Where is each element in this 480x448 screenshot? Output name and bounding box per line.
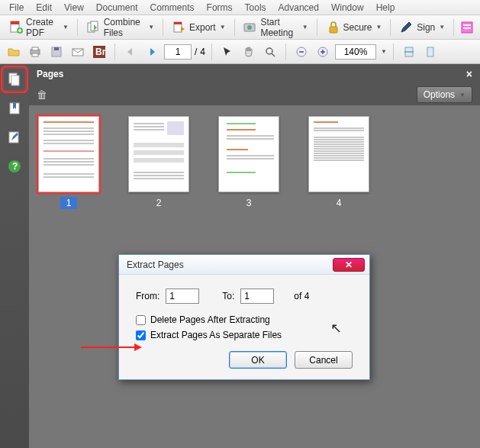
dialog-titlebar[interactable]: Extract Pages ✕ (119, 255, 369, 275)
menu-forms[interactable]: Forms (201, 1, 239, 15)
chevron-down-icon: ▼ (376, 24, 382, 31)
svg-rect-12 (463, 27, 471, 29)
export-button[interactable]: Export ▼ (168, 17, 230, 38)
create-pdf-label: Create PDF (26, 17, 59, 38)
menu-view[interactable]: View (58, 1, 90, 15)
zoom-level-input[interactable] (335, 44, 376, 60)
from-page-input[interactable] (166, 288, 199, 304)
hand-tool-button[interactable] (240, 43, 258, 61)
svg-point-21 (266, 48, 272, 54)
svg-rect-1 (11, 21, 19, 24)
menu-document[interactable]: Document (90, 1, 144, 15)
menu-advanced[interactable]: Advanced (272, 1, 325, 15)
to-label: To: (222, 291, 234, 301)
fit-page-button[interactable] (421, 43, 440, 61)
svg-rect-25 (427, 47, 433, 56)
next-page-button[interactable] (143, 43, 161, 61)
chevron-down-icon: ▼ (220, 24, 226, 31)
trash-icon[interactable]: 🗑 (37, 89, 47, 101)
to-page-input[interactable] (240, 288, 274, 304)
current-page-input[interactable] (164, 44, 192, 60)
svg-text:Br: Br (95, 47, 105, 57)
thumbnail-label: 2 (150, 197, 168, 209)
dialog-close-button[interactable]: ✕ (333, 258, 365, 272)
start-meeting-label: Start Meeting (260, 17, 298, 38)
signatures-panel-button[interactable] (4, 127, 25, 148)
menu-comments[interactable]: Comments (144, 1, 201, 15)
of-pages-label: of 4 (294, 291, 309, 301)
panel-header: Pages × (29, 64, 480, 84)
sign-button[interactable]: Sign ▼ (395, 17, 449, 38)
extract-separate-checkbox[interactable] (136, 330, 146, 340)
delete-after-label: Delete Pages After Extracting (150, 314, 270, 325)
page-thumbnail[interactable]: 3 (218, 116, 279, 209)
extract-pages-dialog: Extract Pages ✕ From: To: of 4 Delete Pa… (118, 254, 370, 380)
zoom-in-button[interactable] (314, 43, 332, 61)
close-panel-button[interactable]: × (466, 68, 472, 80)
email-button[interactable] (69, 43, 87, 61)
chevron-down-icon[interactable]: ▼ (381, 48, 387, 55)
dialog-button-row: OK Cancel (136, 351, 353, 369)
zoom-out-button[interactable] (292, 43, 311, 61)
panel-options-button[interactable]: Options ▼ (417, 86, 472, 103)
bookmarks-panel-button[interactable] (4, 98, 25, 119)
separator (211, 44, 212, 60)
forms-icon-button[interactable] (459, 18, 475, 37)
chevron-down-icon: ▼ (148, 24, 154, 31)
page-thumbnail[interactable]: 1 (38, 116, 99, 209)
chevron-down-icon: ▼ (439, 24, 445, 31)
svg-rect-17 (54, 47, 59, 50)
export-label: Export (189, 22, 216, 33)
separator (114, 44, 115, 60)
thumbnail-image (218, 116, 279, 192)
pen-icon (399, 20, 414, 35)
from-label: From: (136, 291, 159, 301)
pages-panel-button[interactable] (4, 69, 25, 90)
create-pdf-button[interactable]: Create PDF ▼ (5, 14, 72, 41)
svg-rect-6 (174, 22, 182, 24)
thumbnail-image (128, 116, 189, 192)
thumbnail-label: 4 (330, 197, 348, 209)
select-tool-button[interactable] (218, 43, 237, 61)
menu-bar: File Edit View Document Comments Forms T… (0, 0, 480, 15)
page-plus-icon (8, 20, 24, 35)
combine-files-button[interactable]: Combine Files ▼ (82, 14, 159, 41)
print-button[interactable] (26, 43, 44, 61)
marquee-zoom-button[interactable] (261, 43, 279, 61)
menu-edit[interactable]: Edit (30, 1, 58, 15)
fit-width-button[interactable] (400, 43, 418, 61)
cancel-button[interactable]: Cancel (295, 351, 353, 369)
open-button[interactable] (5, 43, 23, 61)
chevron-down-icon: ▼ (63, 24, 69, 31)
navigation-rail: ? (0, 64, 29, 448)
bridge-button[interactable]: Br (90, 43, 108, 61)
combine-icon (86, 20, 101, 35)
separator (453, 19, 454, 36)
thumbnail-label: 1 (60, 197, 78, 209)
save-button[interactable] (47, 43, 66, 61)
main-toolbar: Create PDF ▼ Combine Files ▼ Export ▼ St… (0, 15, 480, 40)
panel-toolbar: 🗑 Options ▼ (29, 84, 480, 105)
page-thumbnail[interactable]: 2 (128, 116, 189, 209)
secure-button[interactable]: Secure ▼ (322, 17, 386, 38)
start-meeting-button[interactable]: Start Meeting ▼ (239, 14, 311, 41)
svg-point-8 (247, 25, 252, 30)
help-button[interactable]: ? (4, 156, 25, 177)
menu-tools[interactable]: Tools (239, 1, 272, 15)
separator (77, 19, 78, 36)
total-pages-label: 4 (200, 47, 205, 57)
svg-rect-15 (32, 53, 38, 56)
export-icon (172, 20, 187, 35)
delete-after-checkbox[interactable] (136, 315, 146, 325)
page-thumbnail[interactable]: 4 (308, 116, 369, 209)
page-range-row: From: To: of 4 (136, 288, 353, 304)
prev-page-button[interactable] (121, 43, 140, 61)
options-label: Options (424, 89, 455, 100)
svg-rect-9 (330, 27, 337, 33)
menu-help[interactable]: Help (370, 1, 401, 15)
panel-title: Pages (37, 69, 63, 79)
menu-window[interactable]: Window (325, 1, 370, 15)
menu-file[interactable]: File (3, 1, 30, 15)
chevron-down-icon: ▼ (302, 24, 308, 31)
ok-button[interactable]: OK (229, 351, 287, 369)
